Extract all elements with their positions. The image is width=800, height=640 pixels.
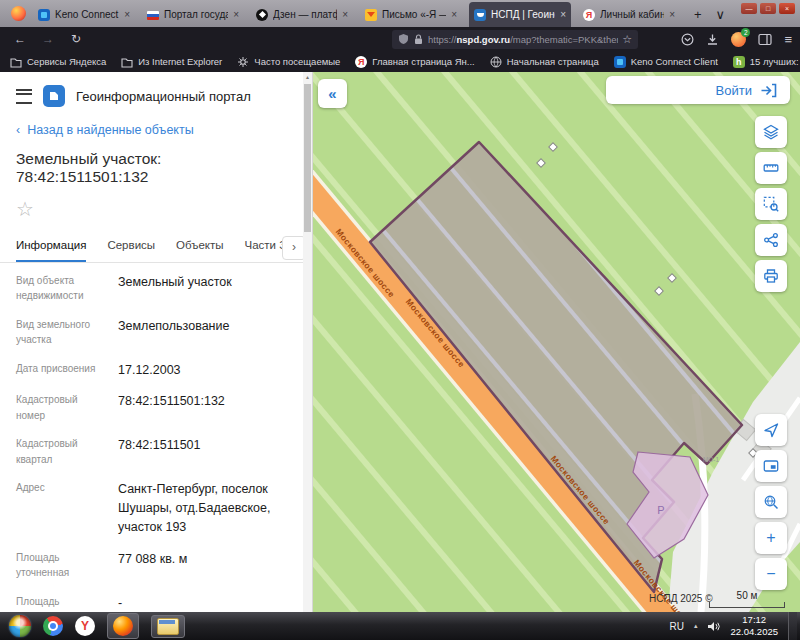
close-button[interactable]: × bbox=[779, 3, 795, 14]
bookmark-item[interactable]: Из Internet Explorer bbox=[121, 56, 222, 68]
bookmark-item[interactable]: Я Главная страница Ян... bbox=[355, 56, 474, 68]
folder-icon bbox=[10, 56, 22, 68]
zoom-out-button[interactable]: − bbox=[755, 558, 787, 590]
scale-label: 50 м bbox=[737, 590, 758, 601]
pocket-icon[interactable] bbox=[681, 33, 694, 46]
tab-close-icon[interactable]: × bbox=[342, 9, 348, 20]
map-canvas[interactable]: Р Московское шоссе Московское шоссе Моск… bbox=[313, 72, 800, 612]
layers-button[interactable] bbox=[755, 116, 787, 148]
back-icon[interactable]: ← bbox=[8, 27, 32, 51]
tab-label: НСПД | Геоинформ... bbox=[491, 9, 555, 20]
map-attribution: НСПД 2025 © bbox=[649, 593, 713, 604]
volume-icon[interactable] bbox=[707, 621, 720, 632]
time: 17:12 bbox=[742, 614, 766, 625]
building-label: МО-1 bbox=[703, 456, 720, 463]
forward-icon[interactable]: → bbox=[36, 27, 60, 51]
tab-label: Keno Connect Client bbox=[55, 9, 119, 20]
url-bar[interactable]: https://nspd.gov.ru/map?thematic=PKK&the… bbox=[392, 30, 638, 49]
scroll-up-icon[interactable]: ▴ bbox=[303, 72, 312, 82]
browser-tab-active[interactable]: НСПД | Геоинформ... × bbox=[469, 2, 571, 27]
back-to-results-link[interactable]: ‹ Назад в найденные объекты bbox=[0, 107, 312, 137]
plus-icon: + bbox=[766, 529, 775, 547]
browser-tab-bar: Keno Connect Client × Портал государстве… bbox=[0, 0, 800, 27]
tab-label: Портал государстве... bbox=[164, 9, 228, 20]
window-controls: — □ × bbox=[741, 3, 795, 14]
bookmarks-bar: Сервисы Яндекса Из Internet Explorer Час… bbox=[0, 51, 800, 72]
tab-services[interactable]: Сервисы bbox=[107, 235, 155, 262]
tab-label: Письмо «-Я — прос... bbox=[382, 9, 446, 20]
field-list: Вид объекта недвижимостиЗемельный участо… bbox=[0, 263, 312, 612]
taskbar-clock[interactable]: 17:12 22.04.2025 bbox=[730, 614, 778, 639]
lock-icon[interactable] bbox=[413, 33, 424, 45]
account-icon[interactable]: 2 bbox=[731, 32, 746, 47]
shield-icon[interactable] bbox=[398, 33, 409, 45]
tab-close-icon[interactable]: × bbox=[669, 9, 675, 20]
minimap-button[interactable] bbox=[755, 450, 787, 482]
download-icon[interactable] bbox=[706, 33, 719, 46]
yandex-browser-taskbar-icon[interactable]: Y bbox=[75, 616, 95, 636]
browser-tab[interactable]: Письмо «-Я — прос... × bbox=[360, 2, 462, 27]
page-title: Земельный участок: 78:42:1511501:132 bbox=[0, 137, 312, 186]
bookmark-item[interactable]: Часто посещаемые bbox=[237, 56, 340, 68]
info-row: Кадастровый квартал78:42:1511501 bbox=[16, 430, 296, 474]
menu-icon[interactable]: ≡ bbox=[784, 32, 792, 47]
scrollbar-thumb[interactable] bbox=[304, 84, 311, 232]
measure-ruler-button[interactable] bbox=[755, 152, 787, 184]
my-location-button[interactable] bbox=[755, 414, 787, 446]
scale-bracket bbox=[709, 602, 785, 608]
share-button[interactable] bbox=[755, 224, 787, 256]
search-globe-button[interactable] bbox=[755, 486, 787, 518]
tab-close-icon[interactable]: × bbox=[124, 9, 130, 20]
browser-nav-bar: ← → ↻ https://nspd.gov.ru/map?thematic=P… bbox=[0, 27, 800, 51]
page-content: Геоинформационный портал ‹ Назад в найде… bbox=[0, 72, 800, 612]
print-button[interactable] bbox=[755, 260, 787, 292]
desktop: Keno Connect Client × Портал государстве… bbox=[0, 0, 800, 640]
info-row: Кадастровый номер78:42:1511501:132 bbox=[16, 386, 296, 430]
panel-scrollbar[interactable]: ▴ bbox=[303, 72, 312, 612]
bookmark-item[interactable]: Сервисы Яндекса bbox=[10, 56, 106, 68]
bookmark-item[interactable]: h 15 лучших: Архитекту... bbox=[733, 56, 800, 68]
date: 22.04.2025 bbox=[730, 626, 778, 637]
tab-information[interactable]: Информация bbox=[16, 235, 86, 262]
bookmark-item[interactable]: Keno Connect Client bbox=[614, 56, 718, 68]
tab-close-icon[interactable]: × bbox=[233, 9, 239, 20]
info-row: АдресСанкт-Петербург, поселок Шушары, от… bbox=[16, 474, 296, 543]
maximize-button[interactable]: □ bbox=[760, 3, 776, 14]
chrome-taskbar-icon[interactable] bbox=[43, 616, 63, 636]
tab-close-icon[interactable]: × bbox=[560, 9, 566, 20]
chevrons-left-icon: « bbox=[328, 85, 336, 102]
minimize-button[interactable]: — bbox=[741, 3, 757, 14]
minus-icon: − bbox=[766, 565, 775, 583]
login-button[interactable]: Войти bbox=[606, 76, 790, 104]
browser-tab[interactable]: Я Личный кабинет «П... × bbox=[578, 2, 680, 27]
tray-expand-icon[interactable]: ▴ bbox=[694, 622, 698, 630]
tab-list-button[interactable]: ∨ bbox=[716, 2, 726, 27]
tab-close-icon[interactable]: × bbox=[451, 9, 457, 20]
show-desktop-button[interactable] bbox=[788, 612, 797, 640]
url-text: https://nspd.gov.ru/map?thematic=PKK&the… bbox=[428, 34, 618, 45]
select-area-button[interactable] bbox=[755, 188, 787, 220]
zoom-in-button[interactable]: + bbox=[755, 522, 787, 554]
browser-tab[interactable]: Портал государстве... × bbox=[142, 2, 244, 27]
browser-tab[interactable]: Keno Connect Client × bbox=[33, 2, 135, 27]
bookmark-item[interactable]: Начальная страница bbox=[490, 56, 599, 68]
map-tools bbox=[755, 116, 787, 292]
info-row: Площадь декларированная- bbox=[16, 587, 296, 612]
new-tab-button[interactable]: + bbox=[694, 2, 702, 27]
map-view[interactable]: Р Московское шоссе Московское шоссе Моск… bbox=[313, 72, 800, 612]
hamburger-menu-icon[interactable] bbox=[16, 89, 32, 104]
collapse-panel-button[interactable]: « bbox=[318, 79, 347, 108]
bookmark-star-icon[interactable]: ☆ bbox=[622, 33, 632, 46]
tab-objects[interactable]: Объекты bbox=[176, 235, 223, 262]
parking-label: Р bbox=[657, 504, 664, 516]
firefox-taskbar-icon[interactable] bbox=[107, 613, 139, 639]
browser-tab[interactable]: Дзен — платформ... × bbox=[251, 2, 353, 27]
info-row: Дата присвоения17.12.2003 bbox=[16, 354, 296, 386]
reload-icon[interactable]: ↻ bbox=[64, 27, 88, 51]
favorite-star-button[interactable]: ☆ bbox=[16, 199, 312, 219]
start-button[interactable] bbox=[9, 615, 31, 637]
panel-tabs: Информация Сервисы Объекты Части ЗУ Сост… bbox=[0, 235, 312, 263]
media-taskbar-icon[interactable] bbox=[151, 615, 185, 638]
language-indicator[interactable]: RU bbox=[669, 621, 683, 632]
sidebar-icon[interactable] bbox=[758, 33, 772, 46]
